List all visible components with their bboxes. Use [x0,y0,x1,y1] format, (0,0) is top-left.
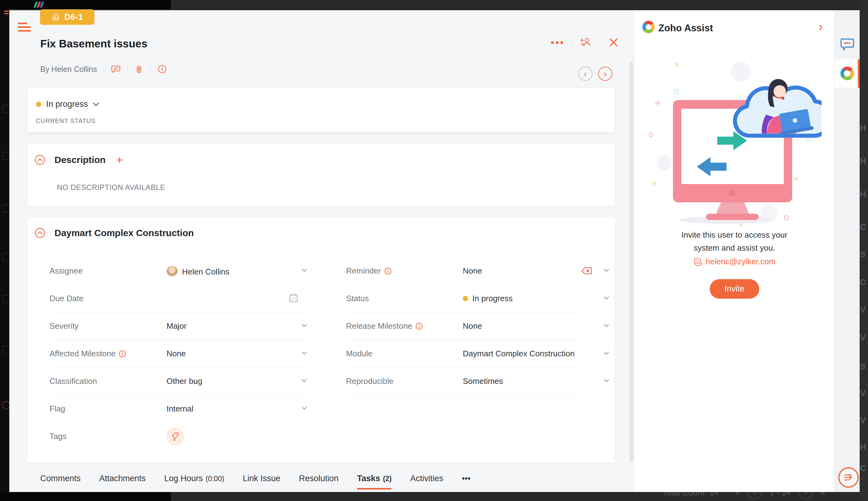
chevron-down-icon[interactable] [604,379,609,382]
status-dropdown[interactable]: In progress [36,99,99,109]
field-row-reminder: Reminder None [27,257,614,285]
chevron-down-icon[interactable] [604,351,609,355]
tab-link-issue[interactable]: Link Issue [243,474,281,483]
add-follower-icon[interactable] [580,36,592,49]
edge-letter: S [860,250,866,259]
field-row-flag: Flag Internal [27,395,614,423]
flag-value: Internal [166,404,194,414]
attachment-icon[interactable] [135,64,143,74]
edge-letter: S [860,362,866,372]
detail-tabs: Comments Attachments Log Hours(0:00) Lin… [40,474,471,483]
reproducible-dropdown[interactable]: Sometimes [463,376,503,386]
remote-assist-illustration [647,54,822,227]
assist-panel-title: Zoho Assist [658,23,713,34]
tab-more-icon[interactable]: ••• [462,474,471,483]
divider [150,65,151,73]
current-status-card: In progress CURRENT STATUS [27,88,614,132]
collapse-section-icon[interactable] [35,154,45,165]
field-row-tags: Tags [27,423,614,450]
release-milestone-dropdown[interactable]: None [463,321,482,331]
divider [128,65,128,73]
chat-icon [840,38,854,51]
panel-hamburger-icon[interactable] [18,23,31,34]
collapsed-sidebar [0,9,9,492]
bug-icon [51,13,60,21]
status-caption: CURRENT STATUS [36,117,96,125]
edge-letter: C [860,278,866,287]
zoho-projects-logo [35,2,43,8]
release-milestone-value: None [463,321,482,331]
edge-letter: H [860,123,866,133]
chevron-down-icon[interactable] [301,406,307,410]
extension-rail [834,10,860,492]
tab-log-hours[interactable]: Log Hours(0:00) [164,474,224,483]
issue-id: D6-1 [64,12,83,22]
add-description-button[interactable]: + [116,154,123,166]
zoho-assist-panel: Zoho Assist › [634,10,835,492]
zoho-assist-logo [642,21,655,33]
issue-id-badge: D6-1 [40,9,95,25]
edge-letter: C [860,464,866,473]
flag-dropdown[interactable]: Internal [166,404,194,414]
session-transfer-button[interactable] [838,467,859,488]
session-transfer-icon [843,473,854,482]
status-dot [463,296,468,301]
module-dropdown[interactable]: Daymart Complex Construction [463,349,574,359]
issue-details-card: Daymart Complex Construction Assignee He… [27,217,614,462]
tab-tasks[interactable]: Tasks(2) [357,474,392,483]
project-section-heading: Daymart Complex Construction [54,228,194,238]
vertical-scrollbar[interactable] [629,62,633,462]
zoho-assist-logo [840,67,854,80]
invite-text-line1: Invite this user to access your [634,230,835,240]
info-icon[interactable] [415,322,423,330]
edge-letter: V [860,389,866,398]
issue-title: Fix Basement issues [40,38,147,50]
tab-comments[interactable]: Comments [40,474,81,483]
field-label: Status [346,294,369,303]
info-icon[interactable] [157,64,167,74]
field-label: Tags [50,431,67,441]
close-icon[interactable] [608,37,619,48]
add-tag-button[interactable] [166,428,184,445]
field-label: Release Milestone [346,321,423,331]
comment-icon[interactable] [111,64,121,74]
edge-letter: V [860,416,866,425]
tab-attachments[interactable]: Attachments [99,474,146,483]
prev-issue-button[interactable]: ‹ [578,67,593,81]
issue-detail-panel: D6-1 Fix Basement issues By Helen Collin… [9,10,634,492]
status-field-value: In progress [472,294,513,303]
expand-panel-icon[interactable]: › [818,20,823,33]
invite-email[interactable]: helenc@zylker.com [706,257,776,266]
edge-letter: C [860,223,866,232]
status-field-dropdown[interactable]: In progress [463,294,513,303]
info-icon[interactable] [384,267,392,275]
clear-reminder-icon[interactable] [581,267,593,275]
edge-letter: H [860,443,866,452]
invite-button[interactable]: Invite [710,279,759,299]
description-empty-text: NO DESCRIPTION AVAILABLE [57,183,165,192]
tab-activities[interactable]: Activities [410,474,443,483]
footer-bar-left [0,492,171,501]
reminder-value: None [463,266,482,276]
chevron-down-icon[interactable] [604,296,609,300]
rail-assist-item-active[interactable] [835,59,860,88]
field-label: Reproducible [346,376,394,386]
right-edge-strip: HHHCSCVVSVVHC [859,0,868,501]
field-row-status: Status In progress [27,285,614,313]
next-issue-button[interactable]: › [598,67,612,81]
chevron-down-icon[interactable] [604,324,609,327]
rail-chat-item[interactable] [835,30,860,59]
tab-resolution[interactable]: Resolution [299,474,339,483]
chevron-down-icon[interactable] [604,269,609,272]
reminder-dropdown[interactable]: None [463,266,482,276]
collapse-section-icon[interactable] [35,228,45,238]
divider [600,36,600,48]
description-heading: Description [54,154,106,165]
issue-reporter: By Helen Collins [40,65,97,74]
field-row-release-milestone: Release Milestone None [27,313,614,340]
more-actions-icon[interactable] [551,41,563,44]
invite-email-row: helenc@zylker.com [634,257,835,266]
issue-nav: ‹ › [578,67,612,81]
description-card: Description + NO DESCRIPTION AVAILABLE [27,143,614,206]
chevron-down-icon [93,103,99,106]
